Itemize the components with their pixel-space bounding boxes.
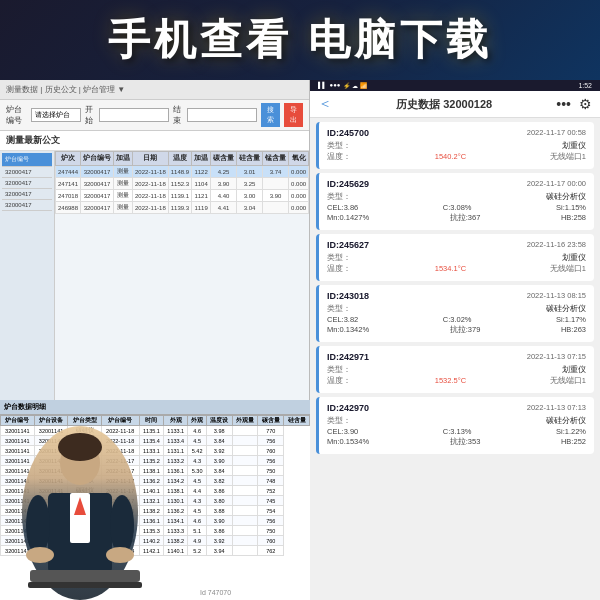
spreadsheet-row[interactable]: 3200114132001141碳硅仪2022-11-171135.21133.… [1,456,310,466]
type-value: 划重仪 [562,253,586,263]
spreadsheet-row[interactable]: 3200114132001141碳硅仪2022-11-171136.21134.… [1,476,310,486]
spreadsheet-cell: 1135.3 [139,526,163,536]
cell-date: 2022-11-18 [133,166,169,178]
spreadsheet-col-header: 外观 [188,416,206,426]
spreadsheet-cell: 1135.4 [139,436,163,446]
spreadsheet-cell [232,466,258,476]
mobile-record-card[interactable]: ID:245627 2022-11-16 23:58 类型： 划重仪 温度： 1… [316,234,594,281]
desktop-table-area: 测量数据 | 历史公文 | 炉台管理 ▼ 炉台编号 开始 2022-06-22 … [0,80,310,400]
mobile-record-card[interactable]: ID:243018 2022-11-13 08:15 类型： 碳硅分析仪 CEL… [316,285,594,342]
start-date-input[interactable]: 2022-06-22 11:08:2 [99,108,169,122]
spreadsheet-row[interactable]: 3200114132001141碳硅仪2022-11-181133.11131.… [1,446,310,456]
status-time: 1:52 [578,82,592,89]
si-val: Si:1.17% [556,315,586,324]
spreadsheet-cell: 32001141 [34,466,68,476]
spreadsheet-cell: 32001141 [1,536,35,546]
nav-item-0[interactable]: 炉台编号 [2,153,52,167]
record-cel-row: CEL:3.90 C:3.13% Si:1.22% [327,427,586,436]
spreadsheet-cell: 32001141 [1,516,35,526]
mobile-record-card[interactable]: ID:245629 2022-11-17 00:00 类型： 碳硅分析仪 CEL… [316,173,594,230]
cell-c3 [263,178,289,190]
type-label: 类型： [327,253,351,263]
spreadsheet-cell [232,446,258,456]
temp-value: 1534.1°C [435,264,466,274]
spreadsheet-cell: 碳硅仪 [68,546,101,556]
col-t1: 温度 [168,152,191,166]
spreadsheet-cell: 碳硅仪 [68,426,101,436]
spreadsheet-row[interactable]: 3200114132001141碳硅仪2022-11-181135.11133.… [1,426,310,436]
spreadsheet-row[interactable]: 3200114132001141碳硅仪2022-11-141142.11140.… [1,546,310,556]
spreadsheet-cell [232,456,258,466]
record-date: 2022-11-16 23:58 [527,240,586,250]
spreadsheet-cell: 3.98 [206,426,232,436]
spreadsheet-cell: 1138.2 [139,506,163,516]
spreadsheet-col-header: 外观量 [232,416,258,426]
port-label: 无线端口1 [550,264,586,274]
furnace-select-input[interactable] [31,108,81,122]
back-button[interactable]: ＜ [318,95,332,113]
table-row[interactable]: 246988 32000417 测量 2022-11-18 1139.3 111… [56,202,310,214]
spreadsheet-row[interactable]: 3200114132001141碳硅仪2022-11-181135.41133.… [1,436,310,446]
spreadsheet-cell: 4.3 [188,456,206,466]
cell-furnace: 32000417 [81,202,114,214]
spreadsheet-cell: 760 [258,446,284,456]
record-date: 2022-11-13 08:15 [527,291,586,301]
record-id: ID:245700 [327,128,369,138]
table-row[interactable]: 247444 32000417 测量 2022-11-18 1148.9 112… [56,166,310,178]
nav-item-1[interactable]: 32000417 [2,167,52,178]
spreadsheet-cell: 碳硅仪 [68,446,101,456]
spreadsheet-cell [232,536,258,546]
mobile-record-card[interactable]: ID:242970 2022-11-13 07:13 类型： 碳硅分析仪 CEL… [316,397,594,454]
cell-type: 测量 [114,202,133,214]
nav-item-4[interactable]: 32000417 [2,200,52,211]
type-label: 类型： [327,365,351,375]
cell-date: 2022-11-18 [133,178,169,190]
more-icon[interactable]: ••• [556,96,571,112]
record-date: 2022-11-17 00:58 [527,128,586,138]
spreadsheet-cell: 3.90 [206,456,232,466]
mobile-record-card[interactable]: ID:242971 2022-11-13 07:15 类型： 划重仪 温度： 1… [316,346,594,393]
spreadsheet-row[interactable]: 3200114132001141碳硅仪2022-11-171138.11136.… [1,466,310,476]
record-date: 2022-11-13 07:13 [527,403,586,413]
settings-icon[interactable]: ⚙ [579,96,592,112]
spreadsheet-col-header: 碳含量 [258,416,284,426]
spreadsheet-cell: 3.84 [206,436,232,446]
spreadsheet-row[interactable]: 3200114132001141碳硅仪2022-11-171140.11138.… [1,486,310,496]
record-type-row: 类型： 划重仪 [327,141,586,151]
spreadsheet-row[interactable]: 3200114132001141碳硅仪2022-11-141140.21138.… [1,536,310,546]
spreadsheet-cell: 碳硅仪 [68,486,101,496]
spreadsheet-row[interactable]: 3200114132001141碳硅仪2022-11-161138.21136.… [1,506,310,516]
kang-val: 抗拉:379 [450,325,481,335]
cell-t1: 1148.9 [168,166,191,178]
spreadsheet-row[interactable]: 3200114132001141碳硅仪2022-11-141135.31133.… [1,526,310,536]
search-button[interactable]: 搜索 [261,103,280,127]
spreadsheet-cell: 32001141 [1,466,35,476]
spreadsheet-cell [232,526,258,536]
spreadsheet-row[interactable]: 3200114132001141碳硅仪2022-11-161136.11134.… [1,516,310,526]
cell-type: 测量 [114,178,133,190]
cell-furnace: 32000417 [81,190,114,202]
type-label: 类型： [327,141,351,151]
record-temp-row: 温度： 1534.1°C 无线端口1 [327,264,586,274]
spreadsheet-cell: 32001141 [34,516,68,526]
table-row[interactable]: 247018 32000417 测量 2022-11-18 1139.1 112… [56,190,310,202]
spreadsheet-cell: 2022-11-17 [101,466,139,476]
cell-t2: 1121 [192,190,211,202]
export-button[interactable]: 导出 [284,103,303,127]
spreadsheet-cell: 1140.2 [139,536,163,546]
mobile-nav-bar: ＜ 历史数据 32000128 ••• ⚙ [310,91,600,118]
toolbar-label-furnace: 炉台编号 [6,104,27,126]
spreadsheet-cell: 1134.2 [164,476,188,486]
nav-item-2[interactable]: 32000417 [2,178,52,189]
spreadsheet-cell: 碳硅仪 [68,536,101,546]
end-date-input[interactable]: 2022-11-19 14:30:3 [187,108,257,122]
nav-item-3[interactable]: 32000417 [2,189,52,200]
cell-furnace: 32000417 [81,178,114,190]
table-row[interactable]: 247141 32000417 测量 2022-11-18 1152.3 110… [56,178,310,190]
cell-c4: 0.000 [289,190,309,202]
spreadsheet-row[interactable]: 3200114132001141碳硅仪2022-11-171132.11130.… [1,496,310,506]
spreadsheet-cell: 2022-11-18 [101,436,139,446]
spreadsheet-cell: 32001141 [1,426,35,436]
mobile-record-card[interactable]: ID:245700 2022-11-17 00:58 类型： 划重仪 温度： 1… [316,122,594,169]
si-val: Si:1.22% [556,427,586,436]
